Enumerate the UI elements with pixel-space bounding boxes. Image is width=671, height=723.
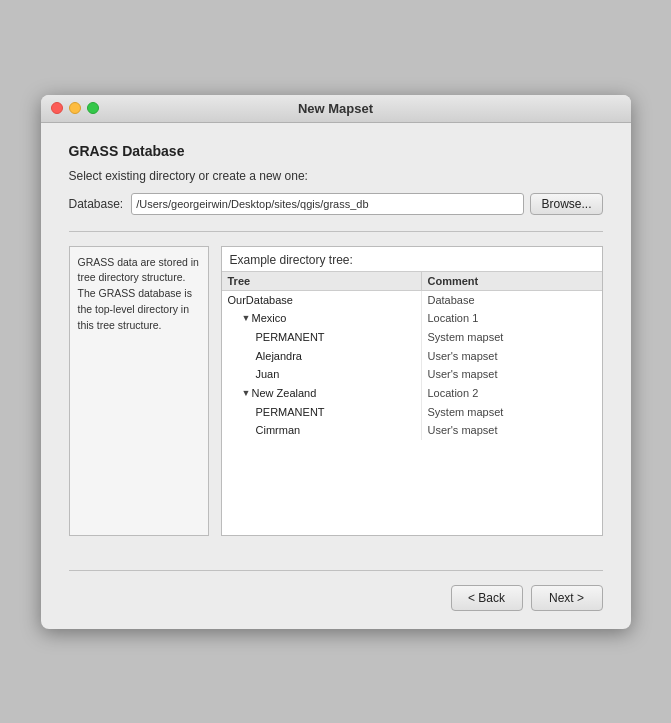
window: New Mapset GRASS Database Select existin… — [41, 95, 631, 629]
tree-item-comment: User's mapset — [422, 347, 504, 366]
table-row[interactable]: PERMANENTSystem mapset — [222, 403, 602, 422]
database-input[interactable] — [131, 193, 524, 215]
tree-item-name: PERMANENT — [256, 328, 325, 347]
footer: < Back Next > — [41, 556, 631, 629]
database-row: Database: Browse... — [69, 193, 603, 215]
table-row[interactable]: CimrmanUser's mapset — [222, 421, 602, 440]
section-title: GRASS Database — [69, 143, 603, 159]
tree-item-name: Cimrman — [256, 421, 301, 440]
tree-item-name: New Zealand — [252, 384, 317, 403]
close-button[interactable] — [51, 102, 63, 114]
tree-item-comment: Location 2 — [422, 384, 485, 403]
table-row[interactable]: ▼ MexicoLocation 1 — [222, 309, 602, 328]
tree-body: OurDatabaseDatabase▼ MexicoLocation 1PER… — [222, 291, 602, 441]
tree-box: Example directory tree: Tree Comment Our… — [221, 246, 603, 536]
tree-title: Example directory tree: — [222, 247, 602, 271]
tree-header-comment: Comment — [422, 272, 485, 290]
footer-divider — [69, 570, 603, 571]
minimize-button[interactable] — [69, 102, 81, 114]
tree-item-name: Mexico — [252, 309, 287, 328]
tree-item-comment: System mapset — [422, 403, 510, 422]
tree-item-name: Alejandra — [256, 347, 302, 366]
footer-buttons: < Back Next > — [69, 585, 603, 611]
info-text: GRASS data are stored in tree directory … — [78, 256, 199, 331]
tree-header-tree: Tree — [222, 272, 422, 290]
database-label: Database: — [69, 197, 124, 211]
traffic-lights — [51, 102, 99, 114]
tree-item-comment: User's mapset — [422, 365, 504, 384]
tree-item-name: PERMANENT — [256, 403, 325, 422]
tree-item-comment: Database — [422, 291, 481, 310]
tree-item-comment: System mapset — [422, 328, 510, 347]
table-row[interactable]: JuanUser's mapset — [222, 365, 602, 384]
tree-item-comment: User's mapset — [422, 421, 504, 440]
table-row[interactable]: ▼ New ZealandLocation 2 — [222, 384, 602, 403]
back-button[interactable]: < Back — [451, 585, 523, 611]
tree-header: Tree Comment — [222, 271, 602, 291]
title-bar: New Mapset — [41, 95, 631, 123]
chevron-down-icon: ▼ — [242, 311, 252, 326]
chevron-down-icon: ▼ — [242, 386, 252, 401]
window-title: New Mapset — [298, 101, 373, 116]
tree-item-name: Juan — [256, 365, 280, 384]
next-button[interactable]: Next > — [531, 585, 603, 611]
browse-button[interactable]: Browse... — [530, 193, 602, 215]
table-row[interactable]: OurDatabaseDatabase — [222, 291, 602, 310]
table-row[interactable]: PERMANENTSystem mapset — [222, 328, 602, 347]
instruction-text: Select existing directory or create a ne… — [69, 169, 603, 183]
info-box: GRASS data are stored in tree directory … — [69, 246, 209, 536]
tree-item-comment: Location 1 — [422, 309, 485, 328]
tree-item-name: OurDatabase — [228, 291, 293, 310]
divider-top — [69, 231, 603, 232]
main-area: GRASS data are stored in tree directory … — [69, 246, 603, 536]
table-row[interactable]: AlejandraUser's mapset — [222, 347, 602, 366]
maximize-button[interactable] — [87, 102, 99, 114]
main-content: GRASS Database Select existing directory… — [41, 123, 631, 556]
